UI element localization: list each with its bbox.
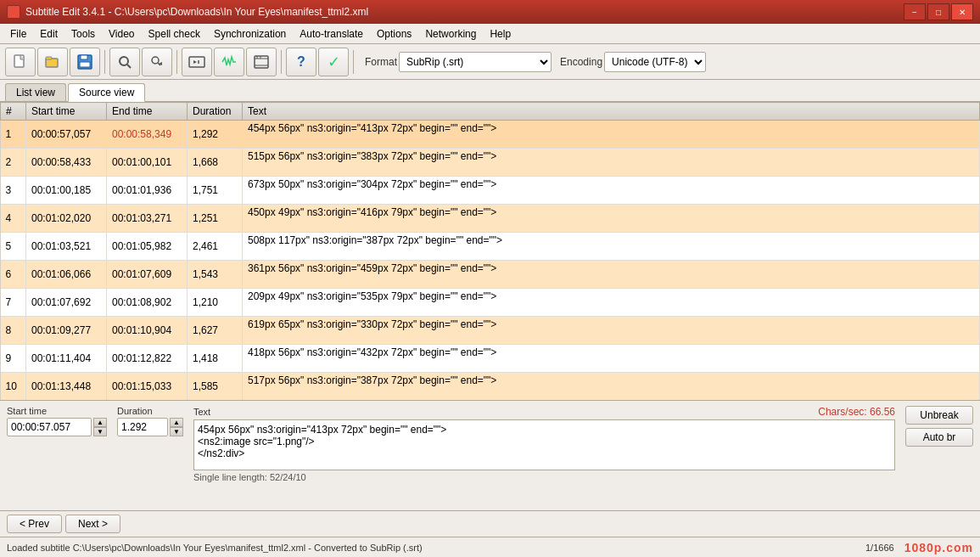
table-row[interactable]: 6 00:01:06,066 00:01:07,609 1,543 361px … [1, 261, 980, 289]
duration-label: Duration [117, 406, 183, 416]
auto-br-button[interactable]: Auto br [905, 428, 973, 447]
checkmark-button[interactable]: ✓ [318, 48, 349, 76]
table-row[interactable]: 10 00:01:13,448 00:01:15,033 1,585 517px… [1, 373, 980, 401]
maximize-button[interactable]: □ [927, 3, 949, 20]
menu-networking[interactable]: Networking [418, 25, 483, 42]
start-time-up[interactable]: ▲ [93, 418, 107, 427]
start-time-down[interactable]: ▼ [93, 427, 107, 436]
menu-video[interactable]: Video [102, 25, 141, 42]
table-row[interactable]: 7 00:01:07,692 00:01:08,902 1,210 209px … [1, 289, 980, 317]
separator-3 [281, 50, 282, 74]
menu-synchronization[interactable]: Synchronization [207, 25, 293, 42]
menu-file[interactable]: File [3, 25, 33, 42]
open-button[interactable] [37, 48, 68, 76]
text-edit-area[interactable]: 454px 56px" ns3:origin="413px 72px" begi… [193, 419, 895, 470]
status-text: Loaded subtitle C:\Users\pc\Downloads\In… [7, 543, 423, 553]
tab-source-view[interactable]: Source view [68, 83, 145, 102]
col-header-dur: Duration [188, 103, 243, 121]
cell-num: 10 [1, 373, 26, 401]
next-button[interactable]: Next > [65, 515, 120, 533]
page-info: 1/1666 [865, 543, 894, 553]
cell-end: 00:01:00,101 [107, 149, 188, 177]
menu-edit[interactable]: Edit [33, 25, 64, 42]
cell-end: 00:01:03,271 [107, 205, 188, 233]
text-label: Text [193, 407, 210, 417]
app-icon [7, 5, 20, 19]
table-container[interactable]: # Start time End time Duration Text 1 00… [0, 102, 980, 400]
edit-area: Start time ▲ ▼ Duration ▲ ▼ [0, 400, 980, 510]
title-bar: Subtitle Edit 3.4.1 - C:\Users\pc\Downlo… [0, 0, 980, 24]
main-content: # Start time End time Duration Text 1 00… [0, 102, 980, 400]
cell-num: 6 [1, 261, 26, 289]
cell-end: 00:01:10,904 [107, 317, 188, 345]
cell-text: 517px 56px" ns3:origin="387px 72px" begi… [243, 373, 980, 401]
window-title: Subtitle Edit 3.4.1 - C:\Users\pc\Downlo… [25, 6, 368, 18]
table-row[interactable]: 2 00:00:58,433 00:01:00,101 1,668 515px … [1, 149, 980, 177]
format-label: Format [365, 56, 397, 68]
duration-input[interactable] [117, 418, 168, 436]
encoding-select[interactable]: Unicode (UTF-8) UTF-16 ASCII [604, 52, 706, 72]
start-time-input[interactable] [7, 418, 92, 436]
table-row[interactable]: 4 00:01:02,020 00:01:03,271 1,251 450px … [1, 205, 980, 233]
close-button[interactable]: ✕ [951, 3, 973, 20]
cell-end: 00:01:12,822 [107, 345, 188, 373]
prev-button[interactable]: < Prev [7, 515, 62, 533]
replace-button[interactable] [142, 48, 172, 76]
duration-spinner[interactable]: ▲ ▼ [170, 418, 183, 436]
menu-help[interactable]: Help [483, 25, 518, 42]
svg-point-8 [152, 57, 159, 64]
help-button[interactable]: ? [286, 48, 316, 76]
cell-text: 619px 65px" ns3:origin="330px 72px" begi… [243, 317, 980, 345]
cell-text: 454px 56px" ns3:origin="413px 72px" begi… [243, 121, 980, 149]
video-frame-button[interactable] [246, 48, 277, 76]
cell-dur: 1,210 [188, 289, 243, 317]
col-header-num: # [1, 103, 26, 121]
separator-2 [176, 50, 177, 74]
svg-rect-12 [255, 56, 268, 68]
cell-dur: 1,543 [188, 261, 243, 289]
cell-end: 00:01:05,982 [107, 233, 188, 261]
menu-tools[interactable]: Tools [64, 25, 102, 42]
subtitle-table: # Start time End time Duration Text 1 00… [0, 102, 980, 400]
status-bar: Loaded subtitle C:\Users\pc\Downloads\In… [0, 537, 980, 557]
line-length-info: Single line length: 52/24/10 [193, 472, 895, 482]
cell-dur: 1,585 [188, 373, 243, 401]
minimize-button[interactable]: − [904, 3, 926, 20]
unbreak-button[interactable]: Unbreak [905, 406, 973, 425]
table-row[interactable]: 9 00:01:11,404 00:01:12,822 1,418 418px … [1, 345, 980, 373]
menu-spellcheck[interactable]: Spell check [142, 25, 207, 42]
cell-end: 00:00:58,349 [107, 121, 188, 149]
cell-start: 00:01:09,277 [26, 317, 107, 345]
toolbar: ? ✓ Format SubRip (.srt) Advanced SubSta… [0, 44, 980, 80]
duration-up[interactable]: ▲ [170, 418, 183, 427]
table-row[interactable]: 3 00:01:00,185 00:01:01,936 1,751 673px … [1, 177, 980, 205]
side-buttons: Unbreak Auto br [905, 406, 973, 447]
video-button[interactable] [182, 48, 212, 76]
format-select[interactable]: SubRip (.srt) Advanced SubStation Alpha … [399, 52, 552, 72]
waveform-button[interactable] [214, 48, 244, 76]
cell-end: 00:01:15,033 [107, 373, 188, 401]
cell-start: 00:01:07,692 [26, 289, 107, 317]
cell-end: 00:01:07,609 [107, 261, 188, 289]
cell-start: 00:00:57,057 [26, 121, 107, 149]
cell-num: 8 [1, 317, 26, 345]
svg-rect-2 [46, 57, 52, 59]
tab-list-view[interactable]: List view [5, 83, 66, 101]
search-button[interactable] [109, 48, 140, 76]
cell-num: 7 [1, 289, 26, 317]
table-row[interactable]: 1 00:00:57,057 00:00:58,349 1,292 454px … [1, 121, 980, 149]
menu-autotranslate[interactable]: Auto-translate [293, 25, 370, 42]
table-row[interactable]: 8 00:01:09,277 00:01:10,904 1,627 619px … [1, 317, 980, 345]
table-wrapper: # Start time End time Duration Text 1 00… [0, 102, 980, 400]
duration-down[interactable]: ▼ [170, 427, 183, 436]
cell-num: 1 [1, 121, 26, 149]
svg-point-6 [120, 57, 128, 65]
col-header-start: Start time [26, 103, 107, 121]
menu-options[interactable]: Options [370, 25, 418, 42]
save-button[interactable] [70, 48, 100, 76]
cell-text: 450px 49px" ns3:origin="416px 79px" begi… [243, 205, 980, 233]
new-button[interactable] [5, 48, 36, 76]
table-row[interactable]: 5 00:01:03,521 00:01:05,982 2,461 508px … [1, 233, 980, 261]
start-time-spinner[interactable]: ▲ ▼ [93, 418, 107, 436]
brand-logo: 1080p.com [904, 541, 973, 554]
